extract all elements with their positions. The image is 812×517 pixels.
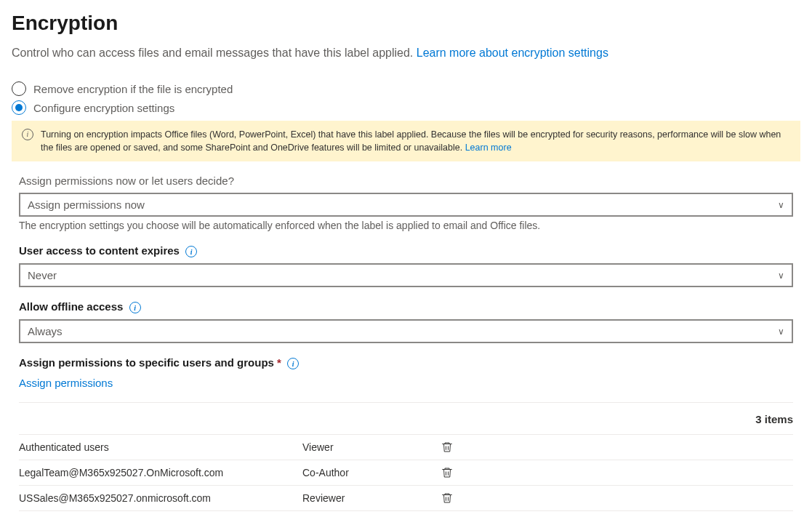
assign-specific-label: Assign permissions to specific users and… [19,356,793,369]
offline-dropdown[interactable]: Always ∨ [19,319,793,343]
trash-icon [441,492,454,505]
required-asterisk: * [277,356,281,369]
subtitle-text: Control who can access files and email m… [12,47,417,59]
radio-selected-icon [12,100,26,115]
divider [19,402,793,403]
items-count: 3 items [12,410,800,434]
table-row: USSales@M365x925027.onmicrosoft.com Revi… [19,485,793,511]
perm-user: Authenticated users [19,441,302,453]
perm-user: LegalTeam@M365x925027.OnMicrosoft.com [19,467,302,478]
radio-unselected-icon [12,81,26,96]
expires-dropdown[interactable]: Never ∨ [19,263,793,287]
assign-mode-help: The encryption settings you choose will … [19,220,793,231]
chevron-down-icon: ∨ [778,270,784,281]
radio-configure-encryption[interactable]: Configure encryption settings [12,100,800,115]
page-subtitle: Control who can access files and email m… [12,47,800,60]
table-row: LegalTeam@M365x925027.OnMicrosoft.com Co… [19,460,793,485]
delete-row-button[interactable] [441,466,470,479]
info-icon[interactable]: i [287,358,299,369]
perm-role: Reviewer [302,492,441,504]
radio-remove-label: Remove encryption if the file is encrypt… [33,83,233,95]
perm-role: Viewer [302,441,441,453]
delete-row-button[interactable] [441,492,470,505]
offline-value: Always [28,325,63,337]
assign-mode-dropdown[interactable]: Assign permissions now ∨ [19,193,793,217]
permissions-table: Authenticated users Viewer LegalTeam@M36… [12,434,800,511]
info-icon[interactable]: i [185,246,197,257]
table-row: Authenticated users Viewer [19,434,793,460]
radio-configure-label: Configure encryption settings [33,102,174,114]
perm-role: Co-Author [302,467,441,478]
info-icon: i [22,129,33,140]
expires-label: User access to content expires i [19,244,793,257]
learn-more-encryption-link[interactable]: Learn more about encryption settings [417,47,608,59]
button-bar: Back Next Cancel [12,511,800,517]
chevron-down-icon: ∨ [778,326,784,337]
page-title: Encryption [12,12,800,35]
perm-user: USSales@M365x925027.onmicrosoft.com [19,492,302,504]
info-icon[interactable]: i [129,302,141,313]
delete-row-button[interactable] [441,441,470,454]
offline-label: Allow offline access i [19,300,793,313]
banner-text: Turning on encryption impacts Office fil… [41,129,781,153]
assign-permissions-link[interactable]: Assign permissions [19,377,113,389]
assign-mode-value: Assign permissions now [28,199,145,211]
expires-value: Never [28,269,57,281]
trash-icon [441,441,454,454]
radio-remove-encryption[interactable]: Remove encryption if the file is encrypt… [12,81,800,96]
banner-learn-more-link[interactable]: Learn more [465,143,512,153]
chevron-down-icon: ∨ [778,200,784,210]
encryption-impact-banner: i Turning on encryption impacts Office f… [12,121,800,161]
assign-mode-label: Assign permissions now or let users deci… [19,175,793,187]
trash-icon [441,466,454,479]
